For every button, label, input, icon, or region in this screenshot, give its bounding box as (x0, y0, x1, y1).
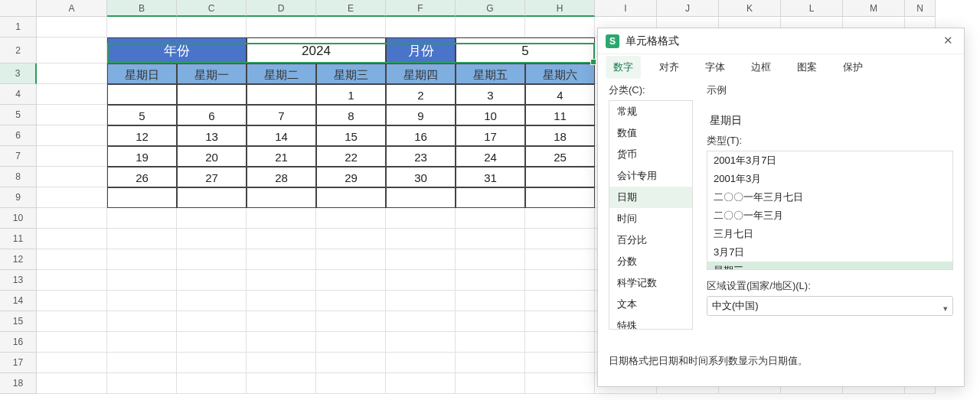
cell[interactable] (37, 37, 107, 63)
cell[interactable] (37, 17, 107, 37)
year-value-cell[interactable]: 2024 (247, 37, 386, 63)
cell[interactable] (456, 353, 525, 373)
cell[interactable] (525, 291, 595, 311)
col-header-A[interactable]: A (37, 0, 107, 17)
cell[interactable] (177, 332, 247, 353)
cell[interactable] (37, 105, 107, 125)
cell[interactable] (316, 332, 386, 353)
cell[interactable] (525, 229, 595, 249)
col-header-D[interactable]: D (247, 0, 316, 17)
cell[interactable] (247, 270, 316, 291)
row-header[interactable]: 3 (0, 63, 37, 84)
cell[interactable] (316, 353, 386, 373)
category-item[interactable]: 时间 (609, 208, 692, 229)
calendar-day-cell[interactable]: 27 (177, 167, 247, 187)
calendar-day-cell[interactable]: 22 (316, 146, 386, 167)
cell[interactable] (386, 17, 456, 37)
col-header-I[interactable]: I (595, 0, 657, 17)
row-header[interactable]: 13 (0, 270, 37, 291)
cell[interactable] (247, 208, 316, 229)
calendar-day-cell[interactable] (525, 187, 595, 208)
calendar-day-cell[interactable] (456, 187, 525, 208)
category-item[interactable]: 文本 (609, 294, 692, 315)
cell[interactable] (37, 332, 107, 353)
cell[interactable] (247, 311, 316, 332)
close-icon[interactable]: ✕ (939, 33, 956, 50)
row-header[interactable]: 8 (0, 167, 37, 187)
cell[interactable] (456, 373, 525, 394)
cell[interactable] (177, 311, 247, 332)
calendar-day-cell[interactable]: 29 (316, 167, 386, 187)
calendar-day-cell[interactable] (247, 84, 316, 105)
row-header[interactable]: 12 (0, 249, 37, 270)
cell[interactable] (37, 84, 107, 105)
cell[interactable] (107, 229, 177, 249)
cell[interactable] (107, 249, 177, 270)
col-header-J[interactable]: J (657, 0, 719, 17)
category-item[interactable]: 百分比 (609, 229, 692, 251)
calendar-day-cell[interactable]: 21 (247, 146, 316, 167)
cell[interactable] (456, 17, 525, 37)
calendar-day-cell[interactable]: 6 (177, 105, 247, 125)
cell[interactable] (177, 208, 247, 229)
calendar-day-cell[interactable] (386, 187, 456, 208)
cell[interactable] (37, 125, 107, 146)
cell[interactable] (525, 208, 595, 229)
cell[interactable] (456, 208, 525, 229)
cell[interactable] (107, 270, 177, 291)
cell[interactable] (525, 353, 595, 373)
category-item[interactable]: 日期 (609, 187, 692, 208)
calendar-day-cell[interactable] (316, 187, 386, 208)
row-header[interactable]: 16 (0, 332, 37, 353)
row-header[interactable]: 7 (0, 146, 37, 167)
category-item[interactable]: 科学记数 (609, 272, 692, 294)
row-header[interactable]: 18 (0, 373, 37, 394)
cell[interactable] (177, 249, 247, 270)
calendar-day-cell[interactable]: 1 (316, 84, 386, 105)
type-item[interactable]: 2001年3月7日 (707, 151, 952, 170)
cell[interactable] (456, 270, 525, 291)
calendar-day-cell[interactable]: 2 (386, 84, 456, 105)
tab-border[interactable]: 边框 (743, 56, 779, 79)
cell[interactable] (525, 373, 595, 394)
calendar-day-cell[interactable]: 23 (386, 146, 456, 167)
col-header-F[interactable]: F (386, 0, 456, 17)
col-header-M[interactable]: M (843, 0, 905, 17)
cell[interactable] (525, 311, 595, 332)
calendar-day-cell[interactable]: 30 (386, 167, 456, 187)
locale-select[interactable]: 中文(中国) (707, 296, 953, 316)
cell[interactable] (177, 291, 247, 311)
calendar-day-cell[interactable] (247, 187, 316, 208)
cell[interactable] (177, 270, 247, 291)
cell[interactable] (37, 249, 107, 270)
cell[interactable] (386, 270, 456, 291)
tab-alignment[interactable]: 对齐 (652, 56, 687, 79)
cell[interactable] (37, 229, 107, 249)
cell[interactable] (316, 229, 386, 249)
cell[interactable] (107, 332, 177, 353)
row-header[interactable]: 14 (0, 291, 37, 311)
col-header-K[interactable]: K (719, 0, 781, 17)
cell[interactable] (456, 229, 525, 249)
cell[interactable] (316, 373, 386, 394)
col-header-G[interactable]: G (456, 0, 525, 17)
cell[interactable] (37, 270, 107, 291)
cell[interactable] (386, 332, 456, 353)
calendar-day-cell[interactable] (107, 84, 177, 105)
cell[interactable] (247, 353, 316, 373)
calendar-day-cell[interactable]: 26 (107, 167, 177, 187)
type-item[interactable]: 二〇〇一年三月七日 (707, 188, 952, 207)
calendar-day-cell[interactable]: 7 (247, 105, 316, 125)
cell[interactable] (525, 17, 595, 37)
calendar-day-cell[interactable]: 28 (247, 167, 316, 187)
calendar-day-cell[interactable]: 19 (107, 146, 177, 167)
cell[interactable] (37, 353, 107, 373)
type-item[interactable]: 三月七日 (707, 225, 952, 243)
cell[interactable] (525, 332, 595, 353)
calendar-day-cell[interactable]: 17 (456, 125, 525, 146)
tab-pattern[interactable]: 图案 (789, 56, 825, 79)
row-header[interactable]: 2 (0, 37, 37, 63)
cell[interactable] (247, 332, 316, 353)
cell[interactable] (386, 249, 456, 270)
calendar-day-cell[interactable]: 11 (525, 105, 595, 125)
